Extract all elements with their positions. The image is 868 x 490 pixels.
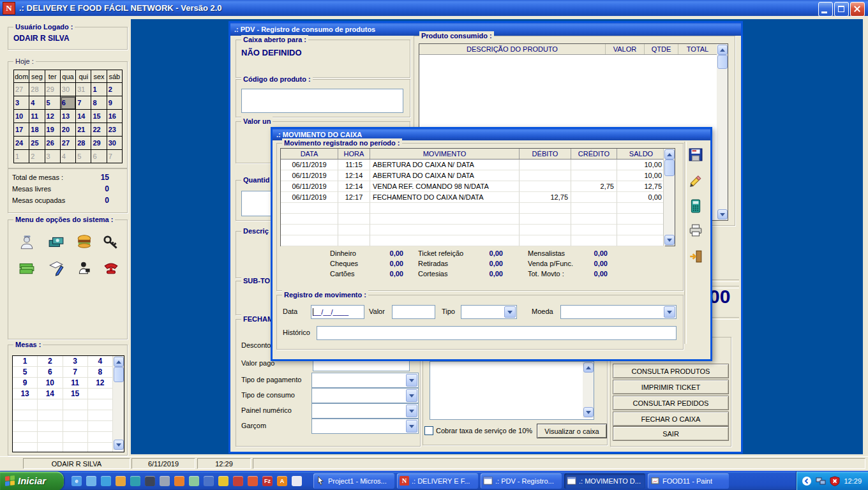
printer-icon[interactable]	[689, 223, 703, 237]
mesa-item[interactable]: 3	[63, 356, 88, 367]
setup-icon[interactable]	[116, 476, 126, 486]
calendar-day[interactable]: 5	[76, 150, 91, 163]
mesa-item[interactable]: 4	[88, 356, 113, 367]
movimento-row[interactable]: 06/11/201912:14VENDA REF. COMANDO 98 N/D…	[281, 181, 675, 192]
save-icon[interactable]	[689, 148, 703, 162]
chevron-down-icon[interactable]	[406, 420, 417, 433]
imprimir-ticket-button[interactable]: IMPRIMIR TICKET	[613, 380, 729, 394]
cursor-icon[interactable]	[292, 476, 302, 486]
media-player-icon[interactable]	[174, 476, 184, 486]
database-search-icon[interactable]	[130, 476, 140, 486]
calendar-day[interactable]: 2	[29, 150, 45, 163]
chrome-icon[interactable]	[248, 476, 258, 486]
scroll-up-icon[interactable]	[717, 45, 728, 55]
scroll-down-icon[interactable]	[583, 407, 594, 417]
movimento-row[interactable]: 06/11/201912:17FECHAMENTO DO CAIXA N/DAT…	[281, 192, 675, 203]
calendar-day[interactable]: 26	[45, 137, 61, 150]
exit-door-icon[interactable]	[689, 249, 703, 264]
calendar-day[interactable]: 22	[91, 123, 107, 137]
scroll-up-icon[interactable]	[583, 362, 594, 373]
internet-explorer-icon[interactable]: e	[71, 476, 82, 486]
burger-icon[interactable]	[76, 233, 93, 249]
close-button[interactable]	[850, 2, 865, 17]
calendar-day[interactable]: 13	[61, 110, 76, 123]
calendar-day[interactable]: 1	[14, 150, 29, 163]
moeda-select[interactable]	[560, 305, 677, 319]
mesa-item[interactable]: 5	[13, 367, 38, 378]
historico-input[interactable]	[317, 326, 677, 340]
tray-clock[interactable]: 12:29	[844, 477, 862, 485]
security-alert-icon[interactable]	[830, 476, 840, 486]
hide-chevron-icon[interactable]	[802, 476, 812, 486]
mesa-item[interactable]: 15	[63, 389, 88, 399]
scroll-up-icon[interactable]	[114, 357, 124, 367]
mesa-item[interactable]: 8	[88, 367, 113, 378]
codigo-produto-input[interactable]	[241, 89, 403, 113]
library-icon[interactable]	[233, 476, 243, 486]
calendar-day[interactable]: 19	[45, 123, 61, 137]
calculator-icon[interactable]	[160, 476, 170, 486]
client-icon[interactable]	[76, 260, 93, 276]
scroll-up-icon[interactable]	[664, 149, 675, 160]
scroll-thumb[interactable]	[664, 160, 675, 176]
calculator-icon[interactable]	[689, 199, 703, 213]
media-device-icon[interactable]	[145, 476, 155, 486]
calendar-day[interactable]: 30	[107, 137, 123, 150]
calendar-day[interactable]: 4	[61, 150, 76, 163]
calendar-day[interactable]: 1	[91, 83, 107, 96]
tipo-pagamento-select[interactable]	[311, 373, 419, 388]
money-icon[interactable]	[19, 260, 35, 276]
mesa-item[interactable]: 10	[38, 378, 63, 389]
consulta-produtos-button[interactable]: CONSULTA PRODUTOS	[613, 364, 729, 378]
calendar-day[interactable]: 6	[61, 96, 76, 110]
phone-icon[interactable]	[103, 260, 119, 276]
chevron-down-icon[interactable]	[406, 405, 417, 417]
calendar-day[interactable]: 14	[76, 110, 91, 123]
calendar-day[interactable]: 7	[107, 150, 123, 163]
chevron-down-icon[interactable]	[406, 389, 417, 402]
valor-input[interactable]	[392, 305, 435, 319]
key-icon[interactable]	[103, 234, 119, 251]
mesa-item[interactable]: 2	[38, 356, 63, 367]
task-button[interactable]: .: MOVIMENTO D...	[564, 473, 645, 489]
movimento-scrollbar[interactable]	[663, 149, 675, 246]
calendar-day[interactable]: 31	[76, 83, 91, 96]
scroll-down-icon[interactable]	[114, 440, 124, 450]
calendar-day[interactable]: 29	[91, 137, 107, 150]
filezilla-icon[interactable]: Fz	[262, 476, 273, 486]
produto-scrollbar[interactable]	[717, 44, 728, 220]
calendar-day[interactable]: 23	[107, 123, 123, 137]
calendar-day[interactable]: 7	[76, 96, 91, 110]
consultar-pedidos-button[interactable]: CONSULTAR PEDIDOS	[613, 396, 729, 410]
task-button[interactable]: FOOD11 - Paint	[648, 473, 729, 489]
user-icon[interactable]	[19, 234, 35, 251]
calendar-day[interactable]: 17	[14, 123, 29, 137]
painel-numerico-select[interactable]	[311, 403, 419, 419]
calendar-day[interactable]: 5	[45, 96, 61, 110]
mesa-item[interactable]: 11	[63, 378, 88, 389]
calendar-day[interactable]: 30	[61, 83, 76, 96]
messenger-icon[interactable]	[101, 476, 111, 486]
calendar-day[interactable]: 18	[29, 123, 45, 137]
restore-button[interactable]	[834, 2, 849, 17]
briefcase-icon[interactable]	[204, 476, 214, 486]
calendar-day[interactable]: 4	[29, 96, 45, 110]
calendar-day[interactable]: 27	[14, 83, 29, 96]
scroll-down-icon[interactable]	[664, 235, 675, 245]
calendar-day[interactable]: 3	[14, 96, 29, 110]
calendar-day[interactable]: 8	[91, 96, 107, 110]
scroll-down-icon[interactable]	[717, 209, 728, 219]
calendar-day[interactable]: 20	[61, 123, 76, 137]
scroll-thumb[interactable]	[114, 367, 124, 382]
taxa-servico-checkbox[interactable]	[424, 426, 433, 435]
calendar-day[interactable]: 2	[107, 83, 123, 96]
calendar-day[interactable]: 11	[29, 110, 45, 123]
task-button[interactable]: .: PDV - Registro...	[481, 473, 562, 489]
mesa-item[interactable]: 14	[38, 389, 63, 399]
chevron-down-icon[interactable]	[664, 306, 675, 318]
visualizar-caixa-button[interactable]: Visualizar o caixa	[537, 424, 607, 438]
outlook-express-icon[interactable]	[86, 476, 96, 486]
cash-register-icon[interactable]	[48, 234, 64, 251]
mesa-item[interactable]: 12	[88, 378, 113, 389]
mesa-item[interactable]: 13	[13, 389, 38, 399]
